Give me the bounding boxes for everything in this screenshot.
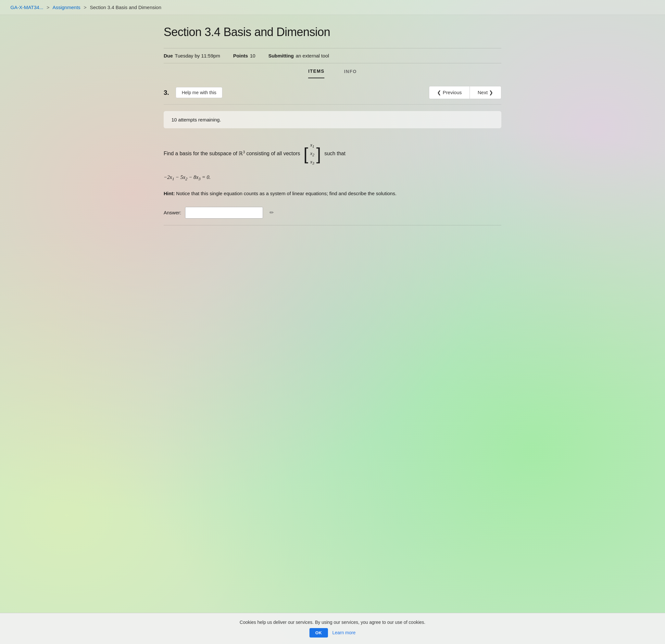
cookie-banner: Cookies help us deliver our services. By… bbox=[0, 613, 665, 644]
submitting-item: Submitting an external tool bbox=[268, 53, 329, 58]
breadcrumb-current: Section 3.4 Basis and Dimension bbox=[90, 4, 162, 10]
previous-button[interactable]: ❮ Previous bbox=[429, 86, 470, 99]
nav-buttons: ❮ Previous Next ❯ bbox=[429, 86, 501, 99]
help-button[interactable]: Help me with this bbox=[176, 87, 223, 98]
next-button[interactable]: Next ❯ bbox=[470, 86, 501, 99]
cookie-ok-button[interactable]: OK bbox=[309, 628, 328, 638]
breadcrumb-sep1: > bbox=[47, 4, 50, 10]
tab-items[interactable]: ITEMS bbox=[308, 69, 324, 78]
vector-x2: x2 bbox=[310, 150, 314, 158]
points-label: Points bbox=[233, 53, 248, 58]
question-number-row: 3. Help me with this bbox=[164, 87, 223, 98]
vector-display: [ x1 x2 x3 ] bbox=[304, 140, 321, 168]
right-bracket: ] bbox=[316, 146, 321, 163]
breadcrumb-assignments[interactable]: Assignments bbox=[53, 4, 80, 10]
tabs-bar: ITEMS INFO bbox=[164, 63, 501, 78]
meta-bar: Due Tuesday by 11:59pm Points 10 Submitt… bbox=[164, 48, 501, 63]
due-label: Due bbox=[164, 53, 173, 58]
page-title: Section 3.4 Basis and Dimension bbox=[164, 25, 501, 39]
vector-entries: x1 x2 x3 bbox=[308, 140, 316, 168]
tab-info[interactable]: INFO bbox=[344, 69, 357, 78]
answer-label: Answer: bbox=[164, 208, 181, 217]
points-item: Points 10 bbox=[233, 53, 255, 58]
divider bbox=[164, 225, 501, 225]
problem-area: Find a basis for the subspace of ℝ3 cons… bbox=[164, 135, 501, 240]
vector-x3: x3 bbox=[310, 158, 314, 167]
vector-x1: x1 bbox=[310, 141, 314, 150]
attempts-text: 10 attempts remaining. bbox=[171, 117, 221, 122]
due-item: Due Tuesday by 11:59pm bbox=[164, 53, 220, 58]
hint-label: Hint: bbox=[164, 191, 175, 196]
answer-row: Answer: ✏ bbox=[164, 207, 501, 219]
equation-line: −2x1 − 5x2 − 8x3 = 0. bbox=[164, 173, 501, 183]
question-number: 3. bbox=[164, 89, 169, 96]
left-bracket: [ bbox=[304, 146, 308, 163]
question-header: 3. Help me with this ❮ Previous Next ❯ bbox=[164, 78, 501, 105]
main-content: Section 3.4 Basis and Dimension Due Tues… bbox=[151, 15, 514, 250]
cookie-text: Cookies help us deliver our services. By… bbox=[6, 620, 659, 625]
problem-intro: Find a basis for the subspace of ℝ3 cons… bbox=[164, 151, 300, 156]
cookie-actions: OK Learn more bbox=[6, 628, 659, 638]
learn-more-link[interactable]: Learn more bbox=[332, 630, 356, 635]
problem-statement: Find a basis for the subspace of ℝ3 cons… bbox=[164, 140, 501, 168]
submitting-value: an external tool bbox=[296, 53, 329, 58]
submitting-label: Submitting bbox=[268, 53, 293, 58]
points-value: 10 bbox=[250, 53, 255, 58]
breadcrumb-course[interactable]: GA-X-MAT34... bbox=[11, 4, 43, 10]
problem-end: such that bbox=[324, 151, 345, 156]
hint-text: Notice that this single equation counts … bbox=[176, 191, 397, 196]
due-value: Tuesday by 11:59pm bbox=[175, 53, 220, 58]
breadcrumb-sep2: > bbox=[84, 4, 87, 10]
hint-area: Hint: Notice that this single equation c… bbox=[164, 189, 501, 198]
edit-icon[interactable]: ✏ bbox=[267, 208, 276, 217]
breadcrumb: GA-X-MAT34... > Assignments > Section 3.… bbox=[0, 0, 665, 15]
answer-input[interactable] bbox=[185, 207, 263, 219]
attempts-banner: 10 attempts remaining. bbox=[164, 111, 501, 128]
